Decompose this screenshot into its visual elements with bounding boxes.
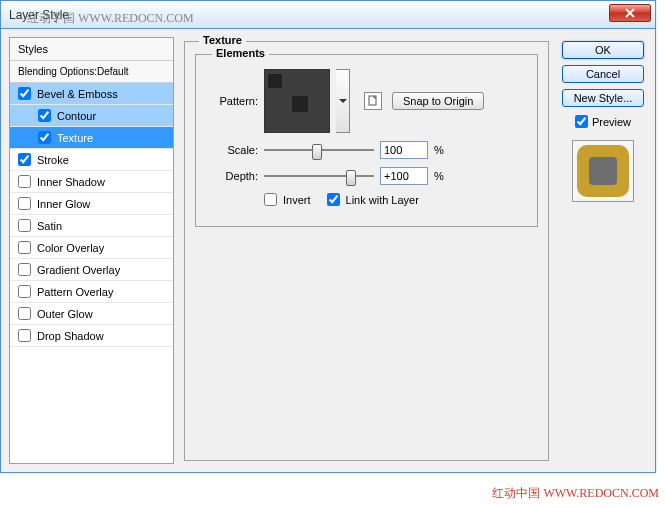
scale-label: Scale: bbox=[208, 144, 258, 156]
style-item-stroke[interactable]: Stroke bbox=[10, 149, 173, 171]
style-label: Outer Glow bbox=[37, 308, 93, 320]
depth-slider[interactable] bbox=[264, 168, 374, 184]
style-checkbox[interactable] bbox=[18, 219, 31, 232]
main-panel: Texture Elements Pattern: Snap to Origin bbox=[182, 37, 551, 464]
pattern-dropdown[interactable] bbox=[336, 69, 350, 133]
style-item-texture[interactable]: Texture bbox=[10, 127, 173, 149]
depth-input[interactable] bbox=[380, 167, 428, 185]
style-label: Drop Shadow bbox=[37, 330, 104, 342]
style-label: Texture bbox=[57, 132, 93, 144]
depth-unit: % bbox=[434, 170, 444, 182]
style-label: Stroke bbox=[37, 154, 69, 166]
styles-header[interactable]: Styles bbox=[10, 38, 173, 61]
style-item-gradient-overlay[interactable]: Gradient Overlay bbox=[10, 259, 173, 281]
watermark-bottom: 红动中国 WWW.REDOCN.COM bbox=[492, 485, 659, 502]
invert-label: Invert bbox=[283, 194, 311, 206]
style-checkbox[interactable] bbox=[18, 307, 31, 320]
style-item-inner-glow[interactable]: Inner Glow bbox=[10, 193, 173, 215]
style-label: Pattern Overlay bbox=[37, 286, 113, 298]
style-checkbox[interactable] bbox=[38, 131, 51, 144]
watermark-top: 红动中国 WWW.REDOCN.COM bbox=[27, 10, 194, 27]
blending-options[interactable]: Blending Options:Default bbox=[10, 61, 173, 83]
style-checkbox[interactable] bbox=[18, 241, 31, 254]
style-checkbox[interactable] bbox=[18, 153, 31, 166]
style-checkbox[interactable] bbox=[38, 109, 51, 122]
snap-to-origin-button[interactable]: Snap to Origin bbox=[392, 92, 484, 110]
svg-rect-0 bbox=[369, 96, 376, 105]
new-document-icon bbox=[367, 95, 379, 107]
style-label: Gradient Overlay bbox=[37, 264, 120, 276]
style-item-color-overlay[interactable]: Color Overlay bbox=[10, 237, 173, 259]
section-title: Texture bbox=[199, 34, 246, 46]
scale-slider[interactable] bbox=[264, 142, 374, 158]
style-item-bevel-emboss[interactable]: Bevel & Emboss bbox=[10, 83, 173, 105]
style-label: Color Overlay bbox=[37, 242, 104, 254]
style-label: Satin bbox=[37, 220, 62, 232]
link-with-layer-label: Link with Layer bbox=[346, 194, 419, 206]
ok-button[interactable]: OK bbox=[562, 41, 644, 59]
invert-checkbox[interactable] bbox=[264, 193, 277, 206]
style-item-pattern-overlay[interactable]: Pattern Overlay bbox=[10, 281, 173, 303]
style-checkbox[interactable] bbox=[18, 329, 31, 342]
preview-checkbox[interactable] bbox=[575, 115, 588, 128]
preview-thumbnail bbox=[572, 140, 634, 202]
scale-unit: % bbox=[434, 144, 444, 156]
close-button[interactable] bbox=[609, 4, 651, 22]
new-pattern-button[interactable] bbox=[364, 92, 382, 110]
pattern-label: Pattern: bbox=[208, 95, 258, 107]
style-checkbox[interactable] bbox=[18, 285, 31, 298]
close-icon bbox=[625, 8, 635, 18]
style-item-inner-shadow[interactable]: Inner Shadow bbox=[10, 171, 173, 193]
style-label: Inner Glow bbox=[37, 198, 90, 210]
style-item-drop-shadow[interactable]: Drop Shadow bbox=[10, 325, 173, 347]
titlebar[interactable]: Layer Style 红动中国 WWW.REDOCN.COM bbox=[1, 1, 655, 29]
style-checkbox[interactable] bbox=[18, 175, 31, 188]
style-checkbox[interactable] bbox=[18, 263, 31, 276]
right-panel: OK Cancel New Style... Preview bbox=[559, 37, 647, 464]
cancel-button[interactable]: Cancel bbox=[562, 65, 644, 83]
style-checkbox[interactable] bbox=[18, 87, 31, 100]
pattern-swatch[interactable] bbox=[264, 69, 330, 133]
style-item-contour[interactable]: Contour bbox=[10, 105, 173, 127]
style-label: Contour bbox=[57, 110, 96, 122]
elements-title: Elements bbox=[212, 47, 269, 59]
style-label: Bevel & Emboss bbox=[37, 88, 118, 100]
new-style-button[interactable]: New Style... bbox=[562, 89, 644, 107]
scale-input[interactable] bbox=[380, 141, 428, 159]
style-item-outer-glow[interactable]: Outer Glow bbox=[10, 303, 173, 325]
link-with-layer-checkbox[interactable] bbox=[327, 193, 340, 206]
style-item-satin[interactable]: Satin bbox=[10, 215, 173, 237]
style-checkbox[interactable] bbox=[18, 197, 31, 210]
depth-label: Depth: bbox=[208, 170, 258, 182]
preview-label: Preview bbox=[592, 116, 631, 128]
styles-panel: Styles Blending Options:Default Bevel & … bbox=[9, 37, 174, 464]
style-label: Inner Shadow bbox=[37, 176, 105, 188]
